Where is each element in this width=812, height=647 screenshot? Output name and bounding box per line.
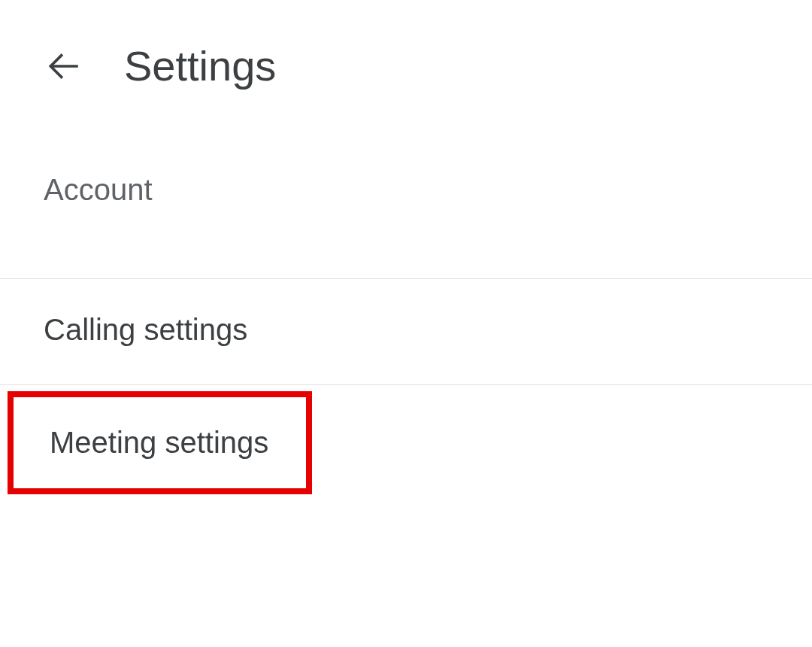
header: Settings [0, 0, 812, 113]
account-item[interactable]: Account [0, 154, 812, 278]
highlight-box: Meeting settings [8, 391, 312, 494]
page-title: Settings [124, 41, 276, 90]
calling-settings-item[interactable]: Calling settings [0, 279, 812, 385]
arrow-left-icon [45, 47, 83, 85]
account-section: Account [0, 154, 812, 279]
meeting-settings-item[interactable]: Meeting settings [8, 391, 312, 494]
back-button[interactable] [45, 47, 83, 85]
settings-list: Account Calling settings Meeting setting… [0, 154, 812, 494]
